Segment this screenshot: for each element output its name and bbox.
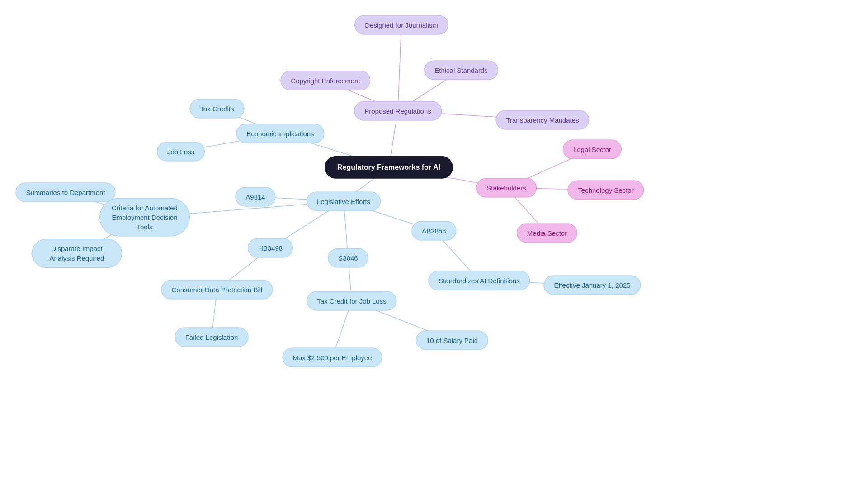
node-tax_credit_job_loss: Tax Credit for Job Loss [307, 291, 396, 311]
node-max_salary: Max $2,500 per Employee [282, 348, 382, 367]
node-technology_sector: Technology Sector [567, 181, 644, 200]
svg-line-5 [398, 25, 401, 111]
node-ten_salary: 10 of Salary Paid [416, 331, 488, 350]
node-center: Regulatory Frameworks for AI [325, 156, 453, 179]
node-designed_for_journalism: Designed for Journalism [354, 15, 448, 35]
node-hb3498: HB3498 [248, 238, 293, 258]
node-ab2855: AB2855 [411, 221, 456, 241]
node-summaries_dept: Summaries to Department [15, 183, 115, 202]
node-failed_legislation: Failed Legislation [175, 328, 249, 347]
node-transparency_mandates: Transparency Mandates [495, 110, 589, 130]
node-legal_sector: Legal Sector [563, 140, 622, 159]
node-consumer_data: Consumer Data Protection Bill [161, 280, 273, 300]
node-job_loss: Job Loss [157, 142, 205, 162]
node-copyright_enforcement: Copyright Enforcement [280, 71, 370, 90]
node-proposed_regulations: Proposed Regulations [354, 101, 442, 121]
node-media_sector: Media Sector [517, 224, 577, 243]
node-s3046: S3046 [328, 248, 368, 268]
node-tax_credits: Tax Credits [189, 99, 244, 119]
node-effective_jan: Effective January 1, 2025 [544, 276, 641, 295]
node-standardizes_ai: Standardizes AI Definitions [428, 271, 530, 290]
mind-map: Regulatory Frameworks for AIProposed Reg… [0, 0, 868, 490]
node-disparate_impact: Disparate Impact Analysis Required [32, 239, 122, 268]
node-economic_implications: Economic Implications [236, 124, 324, 143]
node-stakeholders: Stakeholders [476, 178, 537, 198]
node-a9314: A9314 [235, 187, 275, 207]
node-legislative_efforts: Legislative Efforts [307, 192, 381, 211]
node-ethical_standards: Ethical Standards [424, 61, 498, 80]
node-criteria: Criteria for Automated Employment Decisi… [99, 198, 190, 237]
